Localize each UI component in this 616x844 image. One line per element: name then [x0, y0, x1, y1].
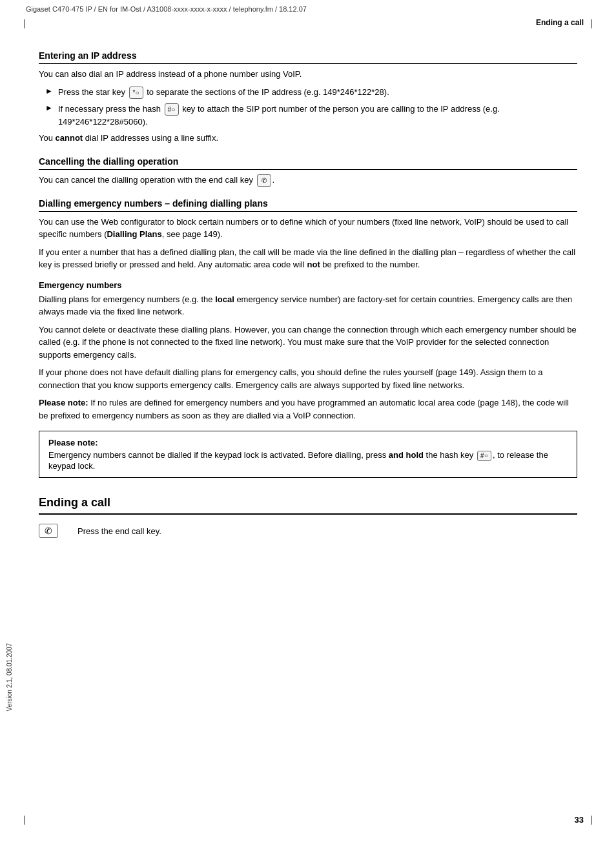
- bullet-hash-text: If necessary press the hash #○ key to at…: [58, 103, 577, 129]
- ending-call-action-row: ✆ Press the end call key.: [39, 524, 577, 538]
- note-box: Please note: Emergency numbers cannot be…: [39, 431, 577, 478]
- emergency-para2: If you enter a number that has a defined…: [39, 246, 577, 271]
- section-emergency-heading: Dialling emergency numbers – defining di…: [39, 198, 577, 212]
- corner-mark-bl: [25, 816, 25, 825]
- bullet-star-text: Press the star key *○ to separate the se…: [58, 86, 389, 99]
- side-text: Version 2.1, 08.01.2007: [6, 643, 13, 712]
- star-key-icon: *○: [129, 87, 143, 99]
- hash-key-icon: #○: [165, 103, 179, 116]
- note-box-text-end: the hash key: [424, 450, 473, 460]
- note-box-text-bold: and hold: [389, 450, 424, 460]
- corner-mark-br: [591, 816, 591, 825]
- cancelling-text: You can cancel the dialling operation wi…: [39, 174, 577, 187]
- emergency-numbers-subheading: Emergency numbers: [39, 280, 577, 290]
- end-call-action-icon: ✆: [39, 524, 58, 538]
- emergency-sub-para4: Please note: If no rules are defined for…: [39, 396, 577, 422]
- corner-mark-tl: [25, 19, 25, 28]
- right-header: Ending a call: [0, 15, 616, 32]
- hash-key-icon-note: #○: [477, 451, 491, 461]
- bullet-arrow-1: ►: [45, 87, 53, 96]
- emergency-sub-para3: If your phone does not have default dial…: [39, 366, 577, 391]
- right-header-text: Ending a call: [536, 18, 584, 27]
- corner-mark-tr: [591, 19, 591, 28]
- page-number: 33: [575, 815, 584, 825]
- note-box-text-start: Emergency numbers cannot be dialled if t…: [48, 450, 389, 460]
- section-cancelling-heading: Cancelling the dialling operation: [39, 156, 577, 170]
- page-header: Gigaset C470-475 IP / EN for IM-Ost / A3…: [0, 0, 616, 15]
- emergency-para1: You can use the Web configurator to bloc…: [39, 216, 577, 241]
- entering-ip-note: You cannot dial IP addresses using a lin…: [39, 132, 577, 145]
- bullet-star-key: ► Press the star key *○ to separate the …: [39, 86, 577, 99]
- end-call-key-icon-cancelling: ✆: [257, 174, 271, 187]
- bullet-hash-key: ► If necessary press the hash #○ key to …: [39, 103, 577, 129]
- section-ending-call-heading: Ending a call: [39, 496, 577, 515]
- page-wrapper: Gigaset C470-475 IP / EN for IM-Ost / A3…: [0, 0, 616, 844]
- ending-call-action-text: Press the end call key.: [77, 524, 161, 538]
- section-entering-ip-heading: Entering an IP address: [39, 50, 577, 64]
- note-box-title: Please note:: [48, 438, 568, 448]
- emergency-sub-para2: You cannot delete or deactivate these di…: [39, 324, 577, 362]
- header-text: Gigaset C470-475 IP / EN for IM-Ost / A3…: [26, 5, 307, 13]
- main-content: Entering an IP address You can also dial…: [0, 32, 616, 551]
- emergency-sub-para1: Dialling plans for emergency numbers (e.…: [39, 293, 577, 318]
- entering-ip-intro: You can also dial an IP address instead …: [39, 68, 577, 81]
- bullet-arrow-2: ►: [45, 103, 53, 112]
